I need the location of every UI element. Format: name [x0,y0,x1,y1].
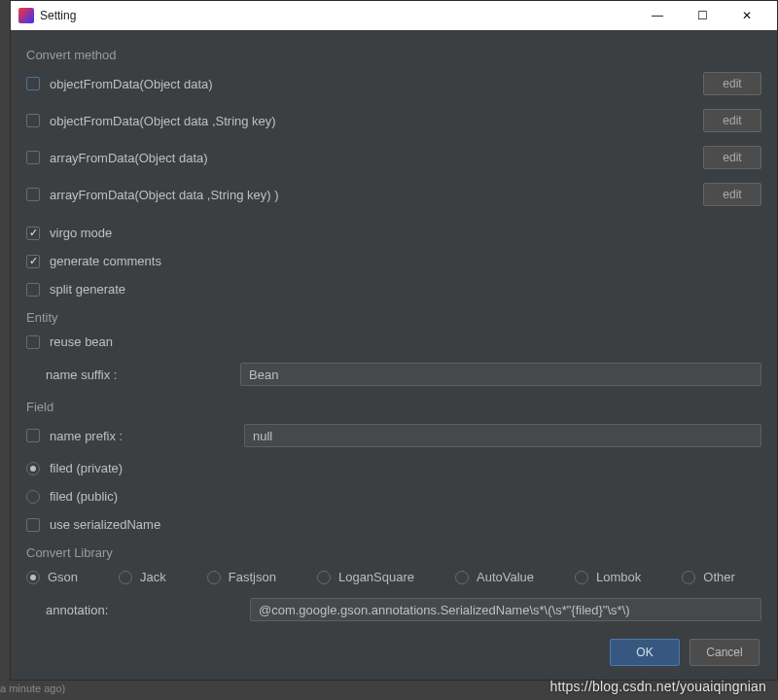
lib-autovalue-radio[interactable] [455,571,469,584]
annotation-label: annotation: [46,603,250,617]
library-section-label: Convert Library [26,545,761,560]
convert-method-label: Convert method [26,48,761,62]
array-from-data-key-label: arrayFromData(Object data ,String key) ) [50,188,703,202]
array-from-data-checkbox[interactable] [26,151,40,164]
lib-gson-label: Gson [48,570,78,584]
field-public-label: filed (public) [50,489,761,504]
use-serialized-row: use serializedName [26,517,761,532]
content-area: Convert method objectFromData(Object dat… [11,30,777,635]
cancel-button[interactable]: Cancel [690,639,760,666]
reuse-bean-checkbox[interactable] [26,335,40,349]
lib-logansquare-radio[interactable] [317,571,331,584]
object-from-data-label: objectFromData(Object data) [50,77,703,91]
generate-comments-row: generate comments [26,254,761,268]
lib-other-radio[interactable] [682,571,695,584]
generate-comments-checkbox[interactable] [26,255,40,268]
name-suffix-input[interactable] [240,363,761,386]
name-suffix-label: name suffix : [46,368,240,382]
window-title: Setting [40,9,635,22]
lib-other-label: Other [703,570,735,584]
split-generate-checkbox[interactable] [26,283,40,297]
lib-logansquare-label: LoganSquare [338,570,414,584]
use-serialized-label: use serializedName [50,517,761,532]
field-public-row: filed (public) [26,489,761,504]
annotation-input[interactable] [250,598,761,621]
background-text: a minute ago) [0,682,65,694]
lib-lombok-label: Lombok [596,570,641,584]
convert-method-row-1: objectFromData(Object data ,String key) … [26,109,761,132]
lib-fastjson-label: Fastjson [229,570,276,584]
watermark-text: https://blog.csdn.net/youaiqingnian [549,679,766,694]
object-from-data-key-label: objectFromData(Object data ,String key) [50,114,703,128]
settings-window: Setting — ☐ ✕ Convert method objectFromD… [10,0,778,681]
convert-method-row-0: objectFromData(Object data) edit [26,72,761,95]
library-options-row: Gson Jack Fastjson LoganSquare AutoValue… [26,570,761,584]
minimize-button[interactable]: — [635,1,680,30]
field-section-label: Field [26,400,761,414]
lib-autovalue-label: AutoValue [477,570,534,584]
name-prefix-input[interactable] [244,424,761,447]
footer-buttons: OK Cancel [610,639,760,666]
field-public-radio[interactable] [26,490,40,504]
app-icon [18,8,34,23]
edit-button-3[interactable]: edit [703,183,761,206]
object-from-data-checkbox[interactable] [26,77,40,90]
field-private-row: filed (private) [26,461,761,475]
generate-comments-label: generate comments [50,254,761,268]
object-from-data-key-checkbox[interactable] [26,114,40,127]
name-prefix-row: name prefix : [26,424,761,447]
titlebar: Setting — ☐ ✕ [11,1,777,30]
name-suffix-row: name suffix : [46,363,761,386]
split-generate-row: split generate [26,282,761,297]
ok-button[interactable]: OK [610,639,680,666]
edit-button-2[interactable]: edit [703,146,761,169]
array-from-data-key-checkbox[interactable] [26,188,40,201]
convert-method-row-2: arrayFromData(Object data) edit [26,146,761,169]
array-from-data-label: arrayFromData(Object data) [50,151,703,165]
field-private-label: filed (private) [50,461,761,475]
lib-gson-radio[interactable] [26,571,40,584]
field-private-radio[interactable] [26,462,40,475]
virgo-mode-row: virgo mode [26,226,761,240]
reuse-bean-label: reuse bean [50,334,761,349]
split-generate-label: split generate [50,282,761,297]
entity-section-label: Entity [26,310,761,325]
name-prefix-checkbox[interactable] [26,429,40,442]
lib-lombok-radio[interactable] [575,571,588,584]
lib-jack-radio[interactable] [119,571,132,584]
edit-button-0[interactable]: edit [703,72,761,95]
convert-method-row-3: arrayFromData(Object data ,String key) )… [26,183,761,206]
use-serialized-checkbox[interactable] [26,518,40,532]
reuse-bean-row: reuse bean [26,334,761,349]
maximize-button[interactable]: ☐ [680,1,725,30]
edit-button-1[interactable]: edit [703,109,761,132]
annotation-row: annotation: [26,598,761,621]
name-prefix-label: name prefix : [50,429,244,443]
virgo-mode-checkbox[interactable] [26,227,40,240]
lib-jack-label: Jack [140,570,166,584]
virgo-mode-label: virgo mode [50,226,761,240]
close-button[interactable]: ✕ [725,1,769,30]
lib-fastjson-radio[interactable] [207,571,221,584]
